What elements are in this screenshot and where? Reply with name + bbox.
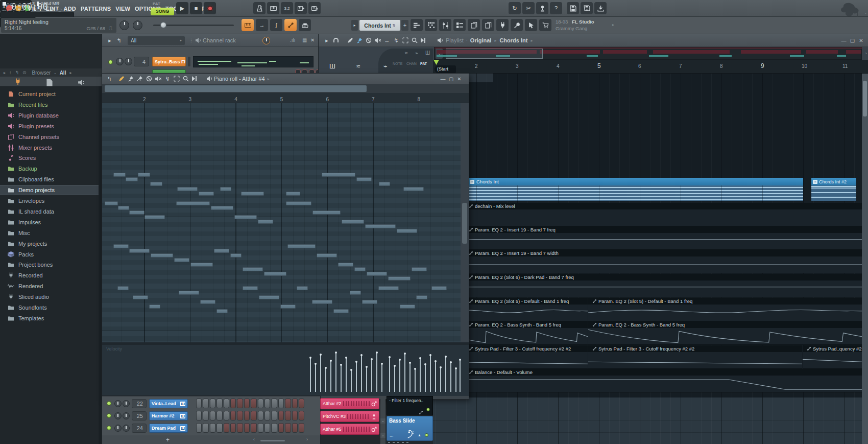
- channel-pan-knob[interactable]: [114, 425, 122, 432]
- step-cell[interactable]: [278, 411, 284, 420]
- clip-channel-atthar-2[interactable]: Atthar #2: [320, 398, 379, 409]
- note[interactable]: [211, 206, 233, 210]
- step-cell[interactable]: [210, 411, 215, 420]
- save-icon[interactable]: [567, 2, 579, 14]
- step-cell[interactable]: [216, 411, 222, 420]
- browser-item-impulses[interactable]: Impulses: [0, 217, 99, 227]
- velocity-stem[interactable]: [455, 368, 456, 392]
- piano-roll-close-button[interactable]: ✕: [455, 75, 463, 83]
- plugins-tab[interactable]: [14, 78, 21, 85]
- detach-icon[interactable]: ▸: [322, 36, 331, 44]
- velocity-stem[interactable]: [420, 358, 421, 392]
- play-button[interactable]: ▶: [176, 2, 188, 14]
- automation-clip-body[interactable]: [588, 328, 862, 345]
- select-tool-icon[interactable]: [172, 75, 181, 83]
- note[interactable]: [317, 253, 337, 258]
- browser-item-channel-presets[interactable]: Channel presets: [0, 132, 99, 142]
- automation-clip-body[interactable]: [436, 376, 862, 392]
- zoom-tool-icon[interactable]: [410, 36, 419, 44]
- note[interactable]: [149, 305, 160, 309]
- playlist-close-button[interactable]: ✕: [857, 37, 865, 44]
- velocity-stem[interactable]: [430, 355, 431, 392]
- channel-button-harmor-2[interactable]: Harmor #2Ш: [149, 411, 188, 420]
- velocity-stem[interactable]: [445, 357, 446, 392]
- draw-tool-icon[interactable]: [346, 36, 355, 44]
- picker-note-label[interactable]: NOTE: [393, 62, 402, 65]
- main-volume-knob[interactable]: [133, 20, 142, 30]
- scroll-down-icon[interactable]: ⌄: [380, 433, 385, 438]
- velocity-stem[interactable]: [435, 361, 436, 392]
- automation-clip-header[interactable]: Param. EQ 2 (Slot 6) - Dark Pad - Band 7…: [436, 274, 862, 281]
- speaker-icon[interactable]: [436, 36, 445, 44]
- step-cell[interactable]: [264, 411, 270, 420]
- step-cell[interactable]: [285, 423, 291, 433]
- browser-item-clipboard-files[interactable]: Clipboard files: [0, 174, 99, 184]
- velocity-stem[interactable]: [361, 355, 362, 392]
- step-cell[interactable]: [196, 399, 202, 408]
- step-cell[interactable]: [216, 399, 222, 408]
- cut-icon[interactable]: ✂: [522, 2, 535, 14]
- picker-chan-label[interactable]: CHAN: [406, 62, 417, 65]
- scroll-left-icon[interactable]: ‹: [253, 437, 255, 442]
- metronome-icon[interactable]: [253, 2, 266, 14]
- step-cell[interactable]: [299, 399, 304, 408]
- rack-close-icon[interactable]: ✕: [310, 37, 315, 43]
- triangle-icon[interactable]: ▲: [418, 433, 421, 437]
- project-info[interactable]: 18-03 FL Studio Grammy Gang ▸: [556, 18, 614, 33]
- browser-item-my-projects[interactable]: My projects: [0, 239, 99, 249]
- step-cell[interactable]: [292, 399, 298, 408]
- step-cell[interactable]: [203, 399, 208, 408]
- step-cell[interactable]: [271, 399, 277, 408]
- record-audio-icon[interactable]: [536, 2, 548, 14]
- channel-button-sytrus[interactable]: Sytru..Bass FM: [152, 57, 186, 66]
- note[interactable]: [190, 263, 213, 267]
- step-cell[interactable]: [210, 423, 215, 433]
- note[interactable]: [333, 309, 349, 313]
- play-mini-icon[interactable]: ▸: [4, 71, 6, 75]
- channel-led[interactable]: [425, 433, 428, 437]
- note[interactable]: [367, 272, 387, 276]
- rack-volume-knob[interactable]: [262, 37, 270, 44]
- delete-tool-icon[interactable]: [364, 36, 373, 44]
- song-mode-button[interactable]: SONG: [151, 8, 174, 15]
- velocity-stem[interactable]: [399, 360, 400, 392]
- automation-clip-body[interactable]: [436, 256, 862, 273]
- browser-item-recent-files[interactable]: Recent files: [0, 100, 99, 110]
- step-cell[interactable]: [295, 69, 301, 74]
- velocity-pane[interactable]: Velocity: [102, 345, 469, 396]
- note[interactable]: [287, 244, 316, 248]
- browser-scrollbar[interactable]: [99, 86, 102, 444]
- browser-filter-value[interactable]: All: [60, 70, 66, 76]
- keyboard-icon[interactable]: Ш: [329, 62, 335, 70]
- channel-button-dream-pad[interactable]: Dream PadШ: [149, 424, 188, 433]
- note[interactable]: [150, 182, 162, 186]
- up-icon[interactable]: ↑: [9, 70, 12, 75]
- follow-playback-icon[interactable]: →: [256, 19, 268, 31]
- browser-item-current-project[interactable]: Current project: [0, 89, 99, 99]
- note[interactable]: [365, 224, 396, 228]
- note[interactable]: [144, 215, 165, 219]
- undo-history-icon[interactable]: ↻: [509, 2, 521, 14]
- note[interactable]: [378, 286, 399, 290]
- browser-item-packs[interactable]: Packs: [0, 249, 99, 260]
- automation-clip-body[interactable]: [803, 352, 862, 369]
- undo-icon[interactable]: ↰: [105, 75, 114, 83]
- playback-tool-icon[interactable]: [419, 36, 428, 44]
- step-cell[interactable]: [224, 411, 229, 420]
- browser-item-project-bones[interactable]: Project bones: [0, 260, 99, 270]
- piano-roll-nav-viewport[interactable]: [105, 85, 367, 92]
- channel-pan-knob[interactable]: [114, 400, 122, 407]
- channel-enable-led[interactable]: [108, 60, 113, 64]
- step-cell[interactable]: [244, 411, 250, 420]
- velocity-stem[interactable]: [356, 362, 357, 392]
- browser-item-soundfonts[interactable]: Soundfonts: [0, 302, 99, 313]
- playhead-marker-icon[interactable]: [433, 60, 439, 65]
- piano-roll-vscroll-thumb[interactable]: [462, 203, 467, 244]
- note[interactable]: [400, 305, 415, 309]
- step-cell[interactable]: [237, 423, 243, 433]
- menu-patterns[interactable]: PATTERNS: [81, 6, 111, 12]
- note[interactable]: [199, 192, 214, 196]
- note[interactable]: [286, 201, 311, 205]
- pattern-clip-chords-int[interactable]: ≡ Chords Int: [436, 178, 803, 201]
- note[interactable]: [416, 295, 427, 299]
